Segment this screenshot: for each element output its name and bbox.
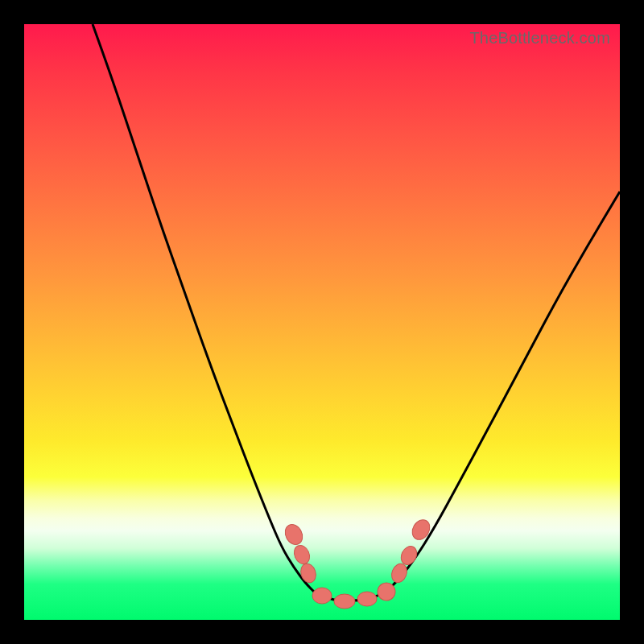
data-marker [299,562,319,584]
curve-left [93,24,314,592]
data-marker [312,588,332,604]
bottleneck-curve [24,24,620,620]
data-marker [334,594,355,609]
data-marker [291,543,312,566]
data-markers [282,517,433,609]
plot-area: TheBottleneck.com [24,24,620,620]
data-marker [357,592,377,606]
chart-frame: TheBottleneck.com [0,0,644,644]
data-marker [282,522,306,547]
data-marker [409,517,433,543]
